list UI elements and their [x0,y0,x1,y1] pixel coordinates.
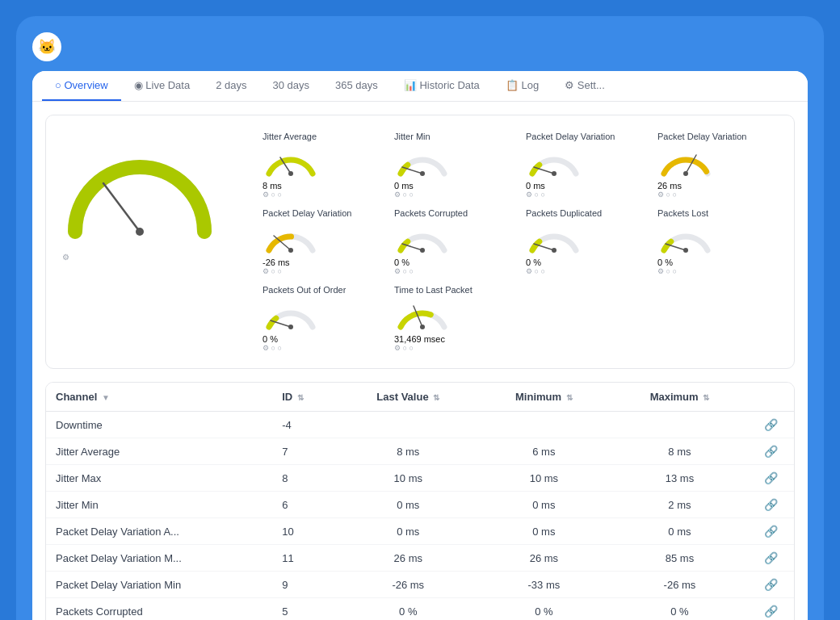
tab-365days[interactable]: 365 days [322,71,391,101]
sg-svg-4 [262,220,319,256]
sg-svg-5 [394,220,451,256]
big-gauge-svg [59,135,220,248]
col-header-max[interactable]: Maximum ⇅ [611,383,747,412]
cell-action[interactable]: 🔗 [748,545,795,572]
row-link-icon[interactable]: 🔗 [764,471,778,484]
tab-historic[interactable]: 📊 Historic Data [391,71,493,101]
sg-settings-4: ⚙ ○ ○ [262,267,282,275]
svg-line-0 [103,183,140,232]
row-link-icon[interactable]: 🔗 [764,418,778,431]
row-link-icon[interactable]: 🔗 [764,605,778,618]
cell-lastval: 10 ms [340,465,476,492]
small-gauge-pdv-2: Packet Delay Variation 26 ms ⚙ ○ ○ [653,128,781,202]
main-gauge-area: ⚙ [59,128,245,355]
sg-settings-0: ⚙ ○ ○ [262,191,282,199]
sg-svg-7 [657,220,714,256]
small-gauge-pdv-3: Packet Delay Variation -26 ms ⚙ ○ ○ [258,205,386,279]
sg-label-7: Packets Lost [657,208,708,218]
tab-overview[interactable]: ○ Overview [42,71,121,101]
row-link-icon[interactable]: 🔗 [764,525,778,538]
cell-action[interactable]: 🔗 [748,572,795,598]
tab-log-icon: 📋 [506,79,519,91]
cell-max: 0 % [611,598,747,621]
table-section: Channel ▼ ID ⇅ Last Value ⇅ Minimum ⇅ Ma… [45,382,795,620]
outer-frame: 🐱 ○ Overview ◉ Live Data 2 days 30 days … [16,16,824,620]
sg-svg-0 [262,143,319,179]
sg-value-2: 0 ms [526,181,545,191]
cell-action[interactable]: 🔗 [748,438,795,465]
sg-value-9: 31,469 msec [394,334,445,344]
svg-point-3 [288,171,293,176]
table-header-row: Channel ▼ ID ⇅ Last Value ⇅ Minimum ⇅ Ma… [46,383,794,412]
row-link-icon[interactable]: 🔗 [764,445,778,458]
small-gauge-corrupted: Packets Corrupted 0 % ⚙ ○ ○ [389,205,518,279]
tab-historic-icon: 📊 [404,79,417,91]
small-gauge-out-of-order: Packets Out of Order 0 % ⚙ ○ ○ [258,282,386,355]
sg-label-2: Packet Delay Variation [526,132,615,141]
cell-channel: Packet Delay Variation M... [46,545,272,572]
tab-log[interactable]: 📋 Log [493,71,552,101]
cell-channel: Packet Delay Variation Min [46,572,272,598]
cell-lastval: 0 ms [340,518,476,545]
sg-svg-8 [262,296,319,333]
cell-id: 10 [272,518,340,545]
tab-2days[interactable]: 2 days [203,71,259,101]
logo: 🐱 [32,32,68,61]
sg-value-3: 26 ms [657,181,682,191]
cell-max: -26 ms [611,572,747,598]
cell-action[interactable]: 🔗 [748,518,795,545]
row-link-icon[interactable]: 🔗 [764,551,778,564]
sg-svg-6 [526,220,582,256]
col-header-min[interactable]: Minimum ⇅ [476,383,611,412]
table-row: Packets Corrupted 5 0 % 0 % 0 % 🔗 [46,598,794,621]
gauge-section: ⚙ Jitter Average 8 ms [45,115,795,369]
small-gauge-duplicated: Packets Duplicated 0 % ⚙ ○ ○ [521,205,649,279]
cell-id: 11 [272,545,340,572]
table-row: Jitter Average 7 8 ms 6 ms 8 ms 🔗 [46,438,794,465]
sg-svg-3 [657,143,714,179]
cell-lastval: 26 ms [340,545,476,572]
row-link-icon[interactable]: 🔗 [764,578,778,591]
svg-point-13 [420,248,425,253]
small-gauge-time-last: Time to Last Packet 31,469 msec ⚙ ○ ○ [389,282,518,355]
col-header-lastval[interactable]: Last Value ⇅ [340,383,476,412]
sg-label-1: Jitter Min [394,132,430,141]
cell-action[interactable]: 🔗 [748,492,795,518]
sg-settings-2: ⚙ ○ ○ [526,191,545,199]
main-card: ○ Overview ◉ Live Data 2 days 30 days 36… [32,71,808,620]
cell-action[interactable]: 🔗 [748,412,795,438]
tab-settings[interactable]: ⚙ Sett... [552,71,618,101]
cell-action[interactable]: 🔗 [748,465,795,492]
table-row: Jitter Max 8 10 ms 10 ms 13 ms 🔗 [46,465,794,492]
table-row: Packet Delay Variation M... 11 26 ms 26 … [46,545,794,572]
cell-max: 0 ms [611,518,747,545]
table-row: Packet Delay Variation A... 10 0 ms 0 ms… [46,518,794,545]
svg-point-15 [552,248,556,253]
col-header-action [748,383,795,412]
cell-channel: Packets Corrupted [46,598,272,621]
sg-label-5: Packets Corrupted [394,208,468,218]
data-table: Channel ▼ ID ⇅ Last Value ⇅ Minimum ⇅ Ma… [46,383,794,620]
gear-icon[interactable]: ⚙ [62,253,69,262]
tab-30days[interactable]: 30 days [260,71,323,101]
logo-icon: 🐱 [32,32,61,61]
gauge-settings: ⚙ [59,253,69,262]
col-header-channel[interactable]: Channel ▼ [46,383,272,412]
tab-settings-icon: ⚙ [565,79,574,91]
header-bar: 🐱 [32,32,808,61]
sg-value-5: 0 % [394,258,410,267]
cell-max: 8 ms [611,438,747,465]
cell-channel: Jitter Max [46,465,272,492]
cell-channel: Downtime [46,412,272,438]
col-header-id[interactable]: ID ⇅ [272,383,340,412]
tab-overview-icon: ○ [55,79,61,91]
cell-channel: Jitter Average [46,438,272,465]
row-link-icon[interactable]: 🔗 [764,498,778,511]
cell-max: 13 ms [611,465,747,492]
sg-label-6: Packets Duplicated [526,208,602,218]
cell-action[interactable]: 🔗 [748,598,795,621]
table-row: Jitter Min 6 0 ms 0 ms 2 ms 🔗 [46,492,794,518]
small-gauge-pdv-1: Packet Delay Variation 0 ms ⚙ ○ ○ [521,128,649,202]
svg-point-5 [420,171,425,176]
tab-live-data[interactable]: ◉ Live Data [121,71,204,101]
